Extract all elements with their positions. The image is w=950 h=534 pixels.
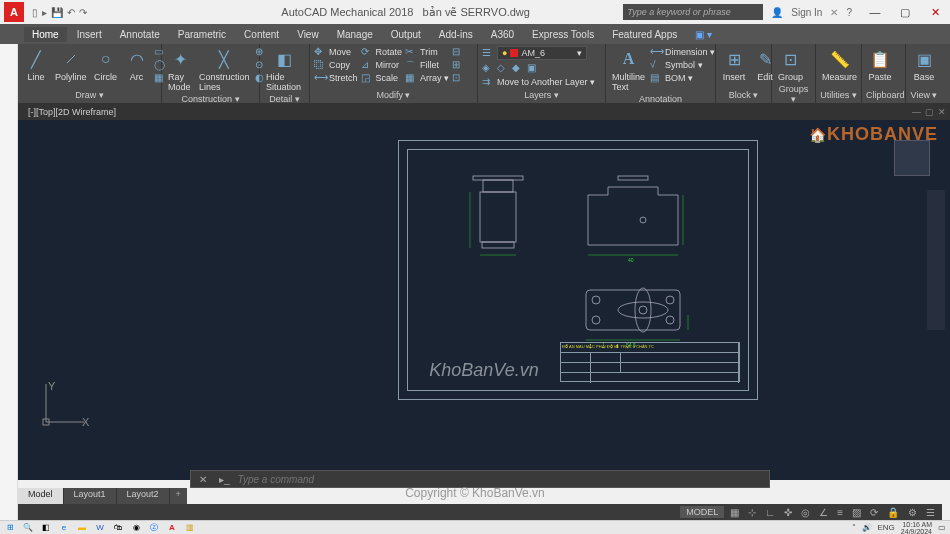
tab-home[interactable]: Home xyxy=(24,27,67,42)
layout-tab-layout2[interactable]: Layout2 xyxy=(117,488,170,504)
explorer-icon[interactable]: ▬ xyxy=(76,522,88,534)
modify-extra-2[interactable]: ⊞ xyxy=(452,59,464,71)
status-custom-icon[interactable]: ☰ xyxy=(923,507,938,518)
modify-extra-1[interactable]: ⊟ xyxy=(452,46,464,58)
insert-block-button[interactable]: ⊞Insert xyxy=(720,46,748,83)
cmdline-chevron-icon[interactable]: ▸_ xyxy=(215,474,234,485)
store-icon[interactable]: 🛍 xyxy=(112,522,124,534)
word-icon[interactable]: W xyxy=(94,522,106,534)
layout-tab-model[interactable]: Model xyxy=(18,488,64,504)
modify-group-label[interactable]: Modify ▾ xyxy=(314,89,473,101)
qat-redo-icon[interactable]: ↷ xyxy=(79,7,87,18)
status-grid-icon[interactable]: ▦ xyxy=(727,507,742,518)
line-button[interactable]: ╱Line xyxy=(22,46,50,83)
construction-group-label[interactable]: Construction ▾ xyxy=(166,93,255,105)
edge-icon[interactable]: e xyxy=(58,522,70,534)
block-group-label[interactable]: Block ▾ xyxy=(720,89,767,101)
scale-button[interactable]: ◲Scale xyxy=(361,72,403,84)
tab-view[interactable]: View xyxy=(289,27,327,42)
rotate-button[interactable]: ⟳Rotate xyxy=(361,46,403,58)
fillet-button[interactable]: ⌒Fillet xyxy=(405,59,449,71)
app-taskbar-icon[interactable]: ▥ xyxy=(184,522,196,534)
detail-group-label[interactable]: Detail ▾ xyxy=(264,93,305,105)
view-group-label[interactable]: View ▾ xyxy=(910,89,938,101)
arc-button[interactable]: ◠Arc xyxy=(123,46,151,83)
autocad-taskbar-icon[interactable]: A xyxy=(166,522,178,534)
layout-tab-layout1[interactable]: Layout1 xyxy=(64,488,117,504)
mirror-button[interactable]: ⊿Mirror xyxy=(361,59,403,71)
doc-min-icon[interactable]: — xyxy=(912,107,921,117)
chrome-icon[interactable]: ◉ xyxy=(130,522,142,534)
move-to-layer-button[interactable]: ⇉Move to Another Layer ▾ xyxy=(482,76,595,88)
dimension-button[interactable]: ⟷Dimension ▾ xyxy=(650,46,715,58)
utilities-group-label[interactable]: Utilities ▾ xyxy=(820,89,857,101)
status-transparency-icon[interactable]: ▨ xyxy=(849,507,864,518)
help-icon[interactable]: ? xyxy=(846,7,852,18)
trim-button[interactable]: ✂Trim xyxy=(405,46,449,58)
qat-save-icon[interactable]: 💾 xyxy=(51,7,63,18)
tray-network-icon[interactable]: 🔊 xyxy=(862,523,872,532)
qat-undo-icon[interactable]: ↶ xyxy=(67,7,75,18)
tray-notifications-icon[interactable]: ▭ xyxy=(938,523,946,532)
maximize-button[interactable]: ▢ xyxy=(890,0,920,24)
paste-button[interactable]: 📋Paste xyxy=(866,46,894,83)
circle-button[interactable]: ○Circle xyxy=(92,46,120,83)
signin-icon[interactable]: 👤 xyxy=(771,7,783,18)
multiline-text-button[interactable]: AMultiline Text xyxy=(610,46,647,93)
status-cycle-icon[interactable]: ⟳ xyxy=(867,507,881,518)
start-button[interactable]: ⊞ xyxy=(4,522,16,534)
drawing-canvas[interactable]: 🏠KHOBANVE xyxy=(18,120,950,480)
hide-situation-button[interactable]: ◧Hide Situation xyxy=(264,46,305,93)
measure-button[interactable]: 📏Measure xyxy=(820,46,859,83)
tab-insert[interactable]: Insert xyxy=(69,27,110,42)
status-otrack-icon[interactable]: ∠ xyxy=(816,507,831,518)
qat-open-icon[interactable]: ▸ xyxy=(42,7,47,18)
layer-props-icon[interactable]: ☰ xyxy=(482,47,494,59)
tab-output[interactable]: Output xyxy=(383,27,429,42)
array-button[interactable]: ▦Array ▾ xyxy=(405,72,449,84)
zalo-icon[interactable]: ⓩ xyxy=(148,522,160,534)
tab-a360[interactable]: A360 xyxy=(483,27,522,42)
signin-label[interactable]: Sign In xyxy=(791,7,822,18)
app-icon[interactable]: A xyxy=(4,2,24,22)
layer-tools-row[interactable]: ◈◇◆▣ xyxy=(482,62,595,74)
tray-clock[interactable]: 10:16 AM 24/9/2024 xyxy=(901,521,932,535)
move-button[interactable]: ✥Move xyxy=(314,46,358,58)
group-button[interactable]: ⊡Group xyxy=(776,46,805,83)
status-polar-icon[interactable]: ✜ xyxy=(781,507,795,518)
help-search[interactable]: Type a keyword or phrase xyxy=(623,4,763,20)
ray-button[interactable]: ✦Ray Mode xyxy=(166,46,194,93)
tab-more-icon[interactable]: ▣ ▾ xyxy=(687,27,720,42)
base-view-button[interactable]: ▣Base xyxy=(910,46,938,83)
tab-manage[interactable]: Manage xyxy=(329,27,381,42)
minimize-button[interactable]: — xyxy=(860,0,890,24)
tab-annotate[interactable]: Annotate xyxy=(112,27,168,42)
status-osnap-icon[interactable]: ◎ xyxy=(798,507,813,518)
draw-group-label[interactable]: Draw ▾ xyxy=(22,89,157,101)
doc-close-icon[interactable]: ✕ xyxy=(938,107,946,117)
exchange-icon[interactable]: ✕ xyxy=(830,7,838,18)
view-cube[interactable] xyxy=(894,140,930,176)
polyline-button[interactable]: ⟋Polyline xyxy=(53,46,89,83)
tab-content[interactable]: Content xyxy=(236,27,287,42)
symbol-button[interactable]: √Symbol ▾ xyxy=(650,59,715,71)
navigation-bar[interactable] xyxy=(927,190,945,330)
groups-group-label[interactable]: Groups ▾ xyxy=(776,83,811,105)
tab-parametric[interactable]: Parametric xyxy=(170,27,234,42)
tab-featuredapps[interactable]: Featured Apps xyxy=(604,27,685,42)
layout-tab-add[interactable]: + xyxy=(170,488,187,504)
status-annoscale-icon[interactable]: 🔒 xyxy=(884,507,902,518)
bom-button[interactable]: ▤BOM ▾ xyxy=(650,72,715,84)
layer-dropdown[interactable]: ● AM_6 ▾ xyxy=(497,46,587,60)
status-model-button[interactable]: MODEL xyxy=(680,506,724,518)
stretch-button[interactable]: ⟷Stretch xyxy=(314,72,358,84)
taskview-icon[interactable]: ◧ xyxy=(40,522,52,534)
status-snap-icon[interactable]: ⊹ xyxy=(745,507,759,518)
doc-max-icon[interactable]: ▢ xyxy=(925,107,934,117)
tray-lang[interactable]: ENG xyxy=(878,523,895,532)
qat-new-icon[interactable]: ▯ xyxy=(32,7,38,18)
cmdline-close-icon[interactable]: ✕ xyxy=(195,474,211,485)
status-ortho-icon[interactable]: ∟ xyxy=(762,507,778,518)
tab-express[interactable]: Express Tools xyxy=(524,27,602,42)
search-icon[interactable]: 🔍 xyxy=(22,522,34,534)
